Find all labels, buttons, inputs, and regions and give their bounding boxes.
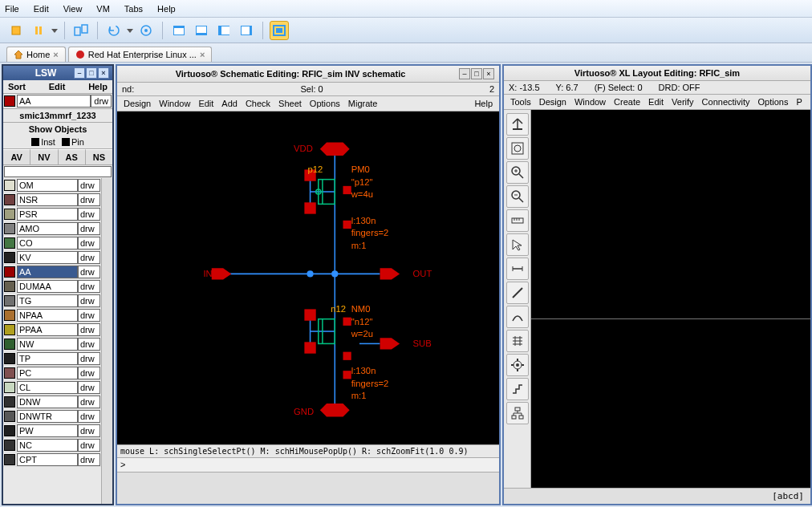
pin-vdd[interactable] — [320, 143, 350, 156]
settings-icon[interactable] — [136, 21, 156, 40]
layer-row[interactable]: PPAA drw — [3, 322, 101, 337]
layer-row[interactable]: TP drw — [3, 351, 101, 366]
menu-view[interactable]: View — [63, 4, 83, 14]
hierarchy-icon[interactable] — [506, 402, 529, 424]
lsw-sort[interactable]: Sort — [8, 82, 26, 91]
sm-options[interactable]: Options — [307, 99, 343, 108]
layer-purpose[interactable]: drw — [91, 95, 112, 107]
snapshot-icon[interactable] — [71, 21, 91, 40]
layer-row[interactable]: PSR drw — [3, 207, 101, 221]
lm-options[interactable]: Options — [755, 97, 792, 107]
pin-toggle[interactable]: Pin — [62, 137, 84, 147]
zoom-out-icon[interactable] — [506, 185, 529, 208]
dropdown-icon[interactable] — [51, 27, 58, 34]
close-icon[interactable]: × — [53, 50, 58, 59]
layer-row[interactable]: TG drw — [3, 294, 101, 308]
pin-sub[interactable] — [380, 338, 400, 349]
inst-toggle[interactable]: Inst — [31, 137, 55, 147]
layer-row[interactable]: CL drw — [3, 380, 101, 395]
taskbar-icon[interactable] — [192, 21, 211, 40]
select-icon[interactable] — [506, 233, 529, 256]
zoom-in-icon[interactable] — [506, 161, 529, 184]
pin-in[interactable] — [212, 268, 232, 279]
dropdown-icon[interactable] — [127, 27, 133, 34]
gear-icon[interactable] — [506, 354, 529, 376]
sm-window[interactable]: Window — [156, 99, 193, 108]
layer-row[interactable]: DNWTR drw — [3, 409, 101, 424]
revert-icon[interactable] — [104, 21, 124, 40]
close-icon[interactable]: × — [200, 50, 205, 59]
lm-tools[interactable]: Tools — [507, 97, 534, 107]
layer-row[interactable]: NW drw — [3, 337, 101, 351]
layer-name-input[interactable] — [17, 95, 91, 107]
lm-design[interactable]: Design — [536, 97, 570, 107]
maximize-icon[interactable]: □ — [471, 68, 482, 79]
sidebar-right-icon[interactable] — [237, 21, 256, 40]
sm-sheet[interactable]: Sheet — [275, 99, 305, 108]
menu-tabs[interactable]: Tabs — [124, 4, 143, 14]
ruler-icon[interactable] — [506, 209, 529, 232]
layer-row[interactable]: KV drw — [3, 250, 101, 265]
maximize-icon[interactable]: □ — [86, 67, 97, 79]
layer-row[interactable]: NC drw — [3, 438, 101, 452]
layer-row[interactable]: CPT drw — [3, 452, 101, 467]
layer-row[interactable]: PC drw — [3, 366, 101, 380]
tab-redhat[interactable]: Red Hat Enterprise Linux ... × — [68, 47, 213, 62]
menu-help[interactable]: Help — [157, 4, 176, 14]
sidebar-left-icon[interactable] — [214, 21, 233, 40]
tab-as[interactable]: AS — [59, 149, 86, 164]
lm-p[interactable]: P — [793, 97, 805, 107]
minimize-icon[interactable]: – — [74, 67, 85, 79]
layer-row[interactable]: PW drw — [3, 424, 101, 438]
layer-row[interactable]: DNW drw — [3, 395, 101, 409]
step-icon[interactable] — [506, 378, 529, 400]
close-icon[interactable]: × — [98, 67, 109, 79]
menu-edit[interactable]: Edit — [34, 4, 49, 14]
lm-window[interactable]: Window — [571, 97, 609, 107]
arc-icon[interactable] — [506, 306, 529, 328]
sm-add[interactable]: Add — [218, 99, 241, 108]
window-icon[interactable] — [169, 21, 189, 40]
layer-row[interactable]: AA drw — [3, 265, 101, 279]
scrollbar[interactable] — [101, 178, 112, 504]
sm-migrate[interactable]: Migrate — [345, 99, 381, 108]
lsw-help[interactable]: Help — [88, 82, 108, 91]
sm-design[interactable]: Design — [120, 99, 154, 108]
lm-create[interactable]: Create — [611, 97, 644, 107]
sm-check[interactable]: Check — [242, 99, 274, 108]
tab-ns[interactable]: NS — [86, 149, 112, 164]
tab-home[interactable]: Home × — [6, 47, 66, 62]
pin-gnd[interactable] — [320, 404, 350, 416]
menu-file[interactable]: File — [5, 4, 19, 14]
command-prompt[interactable]: > — [117, 457, 499, 472]
fullscreen-icon[interactable] — [270, 21, 289, 40]
layer-row[interactable]: OM drw — [3, 178, 101, 193]
path-icon[interactable] — [506, 282, 529, 304]
layer-row[interactable]: CO drw — [3, 236, 101, 250]
tab-av[interactable]: AV — [3, 149, 30, 164]
minimize-icon[interactable]: – — [459, 68, 470, 79]
sm-edit[interactable]: Edit — [195, 99, 217, 108]
layer-row[interactable]: NPAA drw — [3, 308, 101, 322]
layout-canvas[interactable] — [531, 110, 810, 488]
menu-vm[interactable]: VM — [96, 4, 110, 14]
lm-edit[interactable]: Edit — [645, 97, 667, 107]
layer-row[interactable]: NSR drw — [3, 193, 101, 207]
schematic-canvas[interactable]: VDD GND IN OUT SUB p12 n12 PM0 "p12" w=4… — [117, 112, 499, 444]
sm-help[interactable]: Help — [471, 99, 496, 108]
pause-icon[interactable] — [29, 21, 48, 40]
stretch-icon[interactable] — [506, 258, 529, 280]
layer-row[interactable]: AMO drw — [3, 221, 101, 236]
power-icon[interactable] — [6, 21, 26, 40]
pin-out[interactable] — [380, 268, 400, 279]
layer-row[interactable]: DUMAA drw — [3, 279, 101, 294]
filter-input[interactable] — [4, 166, 112, 177]
tab-nv[interactable]: NV — [30, 149, 58, 164]
lm-verify[interactable]: Verify — [668, 97, 697, 107]
fit-icon[interactable] — [506, 137, 529, 160]
close-icon[interactable]: × — [483, 68, 494, 79]
lm-connectivity[interactable]: Connectivity — [699, 97, 753, 107]
save-icon[interactable] — [506, 113, 529, 136]
align-icon[interactable] — [506, 330, 529, 352]
lsw-edit[interactable]: Edit — [49, 82, 66, 91]
